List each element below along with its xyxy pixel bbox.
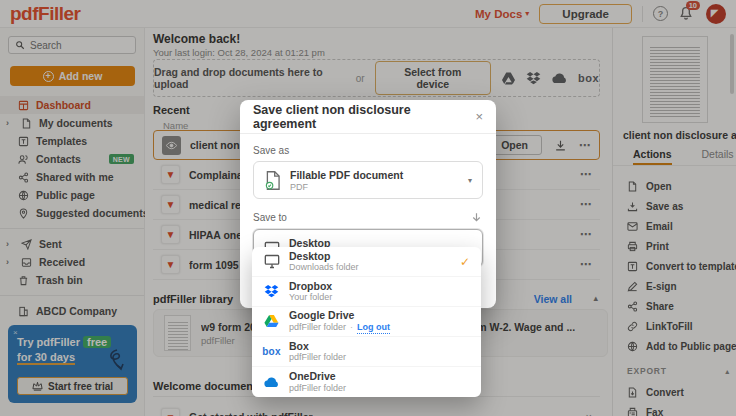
close-icon[interactable]: × — [475, 109, 483, 124]
desktop-icon — [264, 254, 280, 269]
save-to-label: Save to — [253, 212, 287, 223]
google-drive-icon — [264, 315, 279, 328]
option-box[interactable]: box Box pdfFiller folder — [252, 337, 481, 367]
download-arrow-icon — [470, 211, 483, 224]
option-google-drive[interactable]: Google Drive pdfFiller folder · Log out — [252, 307, 481, 337]
modal-title: Save client non disclosure agreement — [253, 103, 475, 131]
option-onedrive[interactable]: OneDrive pdfFiller folder — [252, 367, 481, 397]
pdf-document-icon — [264, 171, 281, 190]
option-desktop[interactable]: Desktop Downloads folder ✓ — [252, 247, 481, 277]
modal-header: Save client non disclosure agreement × — [240, 100, 496, 134]
dropbox-icon — [264, 285, 279, 298]
pdffiller-app: pdfFiller My Docs ▾ Upgrade ? 10 ◣ + Add… — [0, 0, 736, 416]
check-icon: ✓ — [460, 255, 470, 269]
save-as-label: Save as — [253, 145, 483, 156]
box-icon: box — [263, 346, 280, 357]
chevron-down-icon: ▾ — [468, 176, 472, 185]
save-to-dropdown-list: Desktop Downloads folder ✓ Dropbox Your … — [252, 247, 481, 397]
option-dropbox[interactable]: Dropbox Your folder — [252, 277, 481, 307]
log-out-link[interactable]: Log out — [357, 322, 390, 334]
save-as-select[interactable]: Fillable PDF document PDF ▾ — [253, 161, 483, 199]
onedrive-icon — [263, 377, 280, 388]
